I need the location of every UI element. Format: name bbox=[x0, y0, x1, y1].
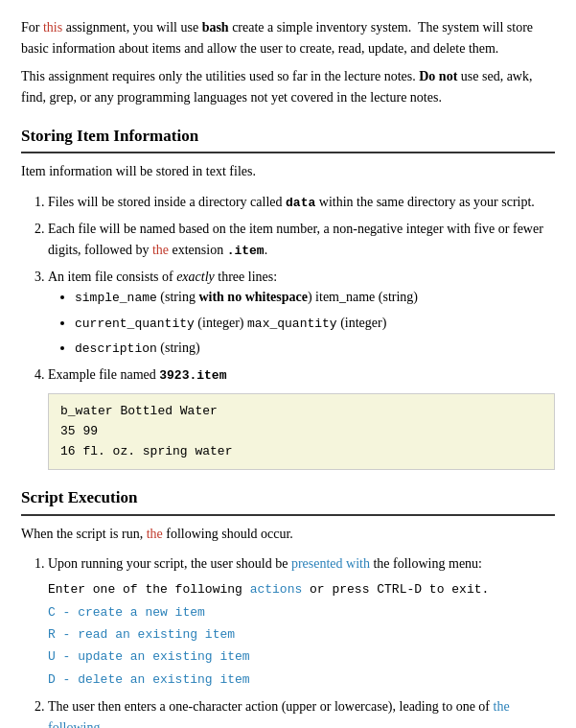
menu-line-1: Enter one of the following actions or pr… bbox=[48, 578, 555, 600]
section2-title: Script Execution bbox=[21, 485, 555, 515]
list-item: current_quantity (integer) max_quantity … bbox=[75, 313, 555, 334]
simple-name-code: simple_name bbox=[75, 291, 157, 305]
bash-bold: bash bbox=[202, 20, 229, 35]
menu-block: Enter one of the following actions or pr… bbox=[48, 578, 555, 691]
section2-intro: When the script is run, the following sh… bbox=[21, 524, 555, 545]
sub-list-3: simple_name (string with no whitespace) … bbox=[75, 287, 555, 358]
current-qty-code: current_quantity bbox=[75, 317, 195, 331]
data-code: data bbox=[286, 196, 315, 210]
do-not-bold: Do not bbox=[419, 69, 457, 83]
intro-para-2: This assignment requires only the utilit… bbox=[21, 66, 555, 107]
section2-list: Upon running your script, the user shoul… bbox=[48, 553, 555, 728]
list-item: An item file consists of exactly three l… bbox=[48, 267, 555, 359]
intro-this-highlight: this bbox=[43, 20, 62, 35]
item-ext-code: .item bbox=[227, 244, 265, 258]
the-highlight: the bbox=[152, 243, 169, 257]
list-item: simple_name (string with no whitespace) … bbox=[75, 287, 555, 308]
section1-intro: Item information will be stored in text … bbox=[21, 161, 555, 182]
section1-list: Files will be stored inside a directory … bbox=[48, 192, 555, 471]
menu-line-c: C - create a new item bbox=[48, 601, 555, 623]
actions-highlight: actions bbox=[250, 582, 303, 597]
no-whitespace-bold: with no whitespace bbox=[198, 290, 308, 304]
exactly-italic: exactly bbox=[176, 270, 215, 284]
list-item: Upon running your script, the user shoul… bbox=[48, 553, 555, 691]
list-item: The user then enters a one-character act… bbox=[48, 696, 555, 728]
following-highlight: the following. bbox=[48, 699, 510, 728]
section1-title: Storing Item Information bbox=[21, 124, 555, 153]
presented-with-highlight: presented with bbox=[291, 556, 370, 571]
menu-line-u: U - update an existing item bbox=[48, 646, 555, 668]
list-item: Example file named 3923.item b_water Bot… bbox=[48, 364, 555, 471]
menu-line-d: D - delete an existing item bbox=[48, 669, 555, 691]
document-content: For this assignment, you will use bash c… bbox=[21, 17, 555, 728]
the-highlight2: the bbox=[147, 527, 163, 541]
description-code: description bbox=[75, 341, 157, 356]
intro-para-1: For this assignment, you will use bash c… bbox=[21, 17, 555, 59]
example-filename-code: 3923.item bbox=[159, 368, 226, 383]
example-code-block: b_water Bottled Water35 9916 fl. oz. spr… bbox=[48, 393, 555, 470]
menu-line-r: R - read an existing item bbox=[48, 623, 555, 646]
list-item: description (string) bbox=[75, 338, 555, 359]
max-qty-code: max_quantity bbox=[247, 317, 337, 331]
list-item: Each file will be named based on the ite… bbox=[48, 219, 555, 261]
list-item: Files will be stored inside a directory … bbox=[48, 192, 555, 213]
